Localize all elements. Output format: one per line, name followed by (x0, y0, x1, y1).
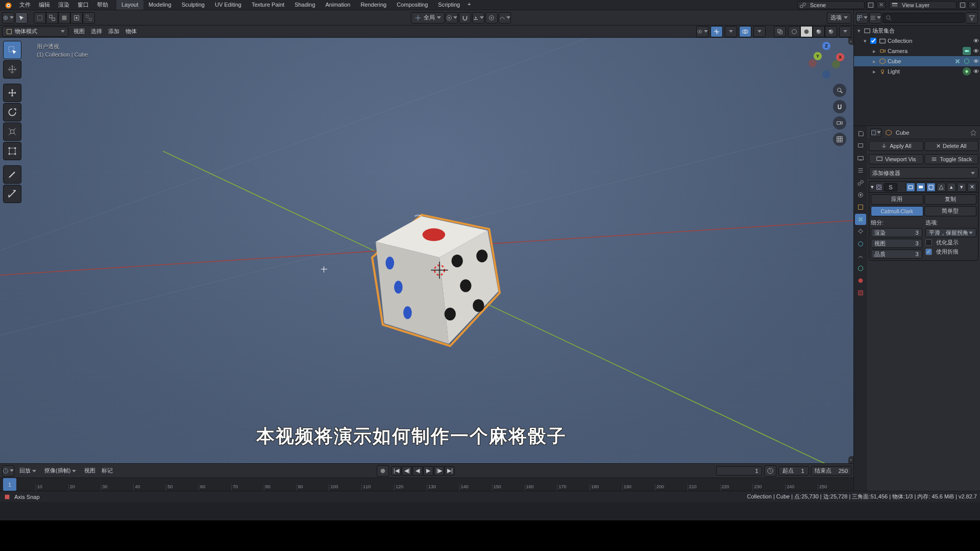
tool-select-box-button[interactable] (15, 12, 28, 23)
n-panel-reveal[interactable]: ‹ (848, 38, 853, 45)
jump-end-button[interactable]: ▶| (445, 466, 455, 475)
scene-name-input[interactable] (808, 2, 864, 9)
viewport-menu-物体[interactable]: 物体 (122, 26, 140, 37)
camera-view-button[interactable] (833, 116, 846, 130)
select-mode-1[interactable] (34, 12, 46, 23)
n-panel-reveal-bottom[interactable]: ‹ (848, 456, 853, 463)
hide-toggle[interactable]: 👁 (972, 38, 980, 44)
viewlayer-name-input[interactable] (900, 2, 956, 9)
perspective-toggle-button[interactable] (833, 133, 846, 146)
axis-neg-z[interactable] (822, 70, 830, 79)
select-mode-3[interactable] (58, 12, 70, 23)
properties-tab-8[interactable] (855, 226, 866, 237)
snap-mode[interactable] (472, 12, 484, 23)
use-crease-checkbox[interactable]: ✓使用折痕 (925, 248, 977, 256)
modifier-editmode-toggle[interactable] (926, 183, 936, 192)
add-modifier-dropdown[interactable]: 添加修改器 (869, 167, 978, 179)
viewlayer-browse-icon[interactable] (890, 2, 900, 9)
axis-neg-y[interactable] (832, 60, 840, 68)
viewport-menu-添加[interactable]: 添加 (105, 26, 122, 37)
tool-scale[interactable] (3, 122, 21, 141)
options-dropdown[interactable]: 选项 (827, 12, 851, 23)
viewport-vis-button[interactable]: Viewport Vis (869, 154, 923, 164)
hide-toggle[interactable]: 👁 (972, 58, 980, 64)
3d-viewport[interactable]: 用户透视 (1) Collection | Cube (0, 38, 853, 463)
viewlayer-selector[interactable] (889, 1, 957, 9)
properties-tab-13[interactable] (855, 287, 866, 298)
modifier-apply-button[interactable]: 应用 (871, 194, 923, 205)
viewport-menu-视图[interactable]: 视图 (70, 26, 88, 37)
menu-窗口[interactable]: 窗口 (74, 0, 93, 10)
play-reverse-button[interactable]: ◀ (412, 466, 423, 475)
subsurf-catmull-button[interactable]: Catmull-Clark (871, 206, 923, 216)
tool-cursor[interactable] (3, 60, 21, 79)
workspace-tab-shading[interactable]: Shading (289, 0, 320, 10)
timeline-playback-menu[interactable]: 回放 (16, 465, 39, 476)
xray-toggle[interactable] (774, 26, 786, 37)
optimal-display-checkbox[interactable]: 优化显示 (925, 239, 977, 246)
timeline-editor-type[interactable] (2, 465, 14, 477)
menu-帮助[interactable]: 帮助 (93, 0, 112, 10)
add-workspace-button[interactable]: + (465, 0, 473, 10)
render-levels-field[interactable]: 渲染3 (871, 228, 922, 237)
outliner-item-camera[interactable]: ▸ Camera 👁 (854, 46, 980, 56)
properties-tab-10[interactable] (855, 251, 866, 262)
properties-tab-7[interactable] (855, 214, 866, 225)
mesh-data-icon[interactable] (963, 57, 971, 65)
quality-field[interactable]: 品质3 (871, 249, 922, 259)
outliner-tree[interactable]: ▾ 场景集合 ▾ Collection 👁 ▸ Camera (854, 26, 980, 126)
outliner-item-cube[interactable]: ▸ Cube 👁 (854, 56, 980, 66)
menu-渲染[interactable]: 渲染 (54, 0, 74, 10)
playhead[interactable]: 1 (3, 478, 16, 491)
proportional-mode[interactable] (499, 12, 511, 23)
modifier-render-toggle[interactable] (906, 183, 915, 192)
modifier-move-up[interactable]: ▴ (947, 183, 956, 192)
viewport-levels-field[interactable]: 视图3 (871, 239, 922, 248)
outliner-scene-collection[interactable]: ▾ 场景集合 (854, 26, 980, 36)
transform-orientation-select[interactable]: 全局 (411, 12, 445, 23)
properties-editor-type[interactable] (870, 128, 881, 137)
outliner-editor-type[interactable] (856, 12, 868, 23)
axis-neg-x[interactable] (808, 59, 817, 67)
workspace-tab-layout[interactable]: Layout (116, 0, 143, 10)
outliner-search[interactable] (883, 13, 965, 23)
shading-solid[interactable] (800, 26, 813, 37)
modifier-cage-toggle[interactable] (937, 183, 946, 192)
gizmo-dropdown[interactable] (725, 26, 737, 37)
editor-type-button[interactable] (2, 12, 14, 23)
tool-annotate[interactable] (3, 165, 21, 184)
menu-编辑[interactable]: 编辑 (35, 0, 54, 10)
outliner-item-light[interactable]: ▸ Light 👁 (854, 66, 980, 77)
hide-toggle[interactable]: 👁 (972, 68, 980, 74)
scene-new-button[interactable] (866, 1, 875, 9)
tool-move[interactable] (3, 84, 21, 102)
workspace-tab-compositing[interactable]: Compositing (391, 0, 433, 10)
hide-toggle[interactable]: 👁 (972, 48, 980, 54)
select-mode-4[interactable] (70, 12, 83, 23)
outliner-collection[interactable]: ▾ Collection 👁 (854, 36, 980, 46)
workspace-tab-sculpting[interactable]: Sculpting (177, 0, 210, 10)
orientation-gizmo[interactable]: Z Y X (806, 42, 846, 82)
shading-rendered[interactable] (825, 26, 837, 37)
collection-enable-checkbox[interactable] (870, 38, 876, 44)
start-frame-field[interactable]: 起点 1 (778, 466, 809, 475)
workspace-tab-texture-paint[interactable]: Texture Paint (247, 0, 289, 10)
shading-wireframe[interactable] (788, 26, 800, 37)
delete-all-button[interactable]: ✕Delete All (924, 141, 979, 151)
play-button[interactable]: ▶ (423, 466, 433, 475)
scene-selector[interactable] (797, 1, 865, 9)
keyframe-next-button[interactable]: |▶ (434, 466, 444, 475)
modifier-name-input[interactable] (884, 183, 897, 191)
modifier-delete[interactable]: ✕ (967, 183, 976, 192)
use-preview-range[interactable] (764, 465, 776, 477)
keyframe-prev-button[interactable]: ◀| (402, 466, 412, 475)
modifier-move-down[interactable]: ▾ (957, 183, 966, 192)
visibility-dropdown[interactable] (696, 26, 708, 37)
workspace-tab-modeling[interactable]: Modeling (143, 0, 177, 10)
current-frame-field[interactable]: 1 (716, 466, 762, 475)
properties-tab-3[interactable] (855, 165, 866, 176)
axis-z[interactable]: Z (822, 42, 830, 50)
shading-dropdown[interactable] (839, 26, 851, 37)
properties-tab-5[interactable] (855, 189, 866, 201)
viewport-menu-选择[interactable]: 选择 (88, 26, 105, 37)
